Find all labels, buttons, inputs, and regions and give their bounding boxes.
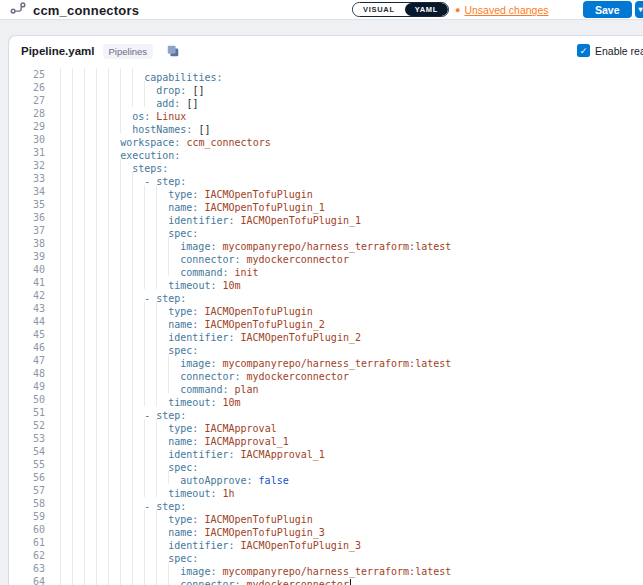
code-text[interactable]: timeout: 1h (45, 484, 235, 497)
code-text[interactable]: identifier: IACMApproval_1 (45, 445, 325, 458)
unsaved-changes-label[interactable]: Unsaved changes (464, 4, 548, 16)
line-number[interactable]: 62 (9, 549, 45, 562)
code-line[interactable]: 51- step: (9, 406, 643, 419)
code-line[interactable]: 33- step: (9, 172, 643, 185)
code-line[interactable]: 60name: IACMOpenTofuPlugin_3 (9, 523, 643, 536)
line-number[interactable]: 49 (9, 380, 45, 393)
line-number[interactable]: 37 (9, 224, 45, 237)
code-text[interactable]: spec: (45, 458, 198, 471)
code-line[interactable]: 38image: mycompanyrepo/harness_terraform… (9, 237, 643, 250)
code-text[interactable]: workspace: ccm_connectors (45, 133, 271, 146)
line-number[interactable]: 38 (9, 237, 45, 250)
code-text[interactable]: identifier: IACMOpenTofuPlugin_3 (45, 536, 361, 549)
line-number[interactable]: 59 (9, 510, 45, 523)
code-line[interactable]: 28os: Linux (9, 107, 643, 120)
code-line[interactable]: 50timeout: 10m (9, 393, 643, 406)
code-text[interactable]: type: IACMOpenTofuPlugin (45, 510, 313, 523)
line-number[interactable]: 27 (9, 94, 45, 107)
line-number[interactable]: 64 (9, 575, 45, 585)
code-text[interactable]: name: IACMOpenTofuPlugin_2 (45, 315, 325, 328)
enable-edit-checkbox[interactable]: ✓ (577, 44, 590, 57)
code-text[interactable]: spec: (45, 549, 198, 562)
code-line[interactable]: 59type: IACMOpenTofuPlugin (9, 510, 643, 523)
code-text[interactable]: execution: (45, 146, 180, 159)
line-number[interactable]: 39 (9, 250, 45, 263)
line-number[interactable]: 41 (9, 276, 45, 289)
code-line[interactable]: 30workspace: ccm_connectors (9, 133, 643, 146)
line-number[interactable]: 48 (9, 367, 45, 380)
code-line[interactable]: 44name: IACMOpenTofuPlugin_2 (9, 315, 643, 328)
line-number[interactable]: 60 (9, 523, 45, 536)
code-text[interactable]: name: IACMOpenTofuPlugin_1 (45, 198, 325, 211)
code-text[interactable]: spec: (45, 224, 198, 237)
line-number[interactable]: 35 (9, 198, 45, 211)
line-number[interactable]: 32 (9, 159, 45, 172)
code-text[interactable]: image: mycompanyrepo/harness_terraform:l… (45, 237, 451, 250)
code-line[interactable]: 45identifier: IACMOpenTofuPlugin_2 (9, 328, 643, 341)
line-number[interactable]: 30 (9, 133, 45, 146)
code-text[interactable]: image: mycompanyrepo/harness_terraform:l… (45, 354, 451, 367)
code-line[interactable]: 35name: IACMOpenTofuPlugin_1 (9, 198, 643, 211)
code-text[interactable]: timeout: 10m (45, 276, 241, 289)
line-number[interactable]: 31 (9, 146, 45, 159)
code-line[interactable]: 43type: IACMOpenTofuPlugin (9, 302, 643, 315)
code-text[interactable]: type: IACMOpenTofuPlugin (45, 302, 313, 315)
line-number[interactable]: 53 (9, 432, 45, 445)
code-line[interactable]: 57timeout: 1h (9, 484, 643, 497)
line-number[interactable]: 50 (9, 393, 45, 406)
code-line[interactable]: 64connector: mydockerconnector (9, 575, 643, 585)
code-text[interactable]: timeout: 10m (45, 393, 241, 406)
line-number[interactable]: 47 (9, 354, 45, 367)
line-number[interactable]: 57 (9, 484, 45, 497)
code-line[interactable]: 39connector: mydockerconnector (9, 250, 643, 263)
code-line[interactable]: 34type: IACMOpenTofuPlugin (9, 185, 643, 198)
code-line[interactable]: 53name: IACMApproval_1 (9, 432, 643, 445)
code-line[interactable]: 27add: [] (9, 94, 643, 107)
code-text[interactable]: connector: mydockerconnector (45, 250, 349, 263)
code-line[interactable]: 55spec: (9, 458, 643, 471)
line-number[interactable]: 56 (9, 471, 45, 484)
code-line[interactable]: 41timeout: 10m (9, 276, 643, 289)
line-number[interactable]: 33 (9, 172, 45, 185)
code-line[interactable]: 58- step: (9, 497, 643, 510)
yaml-toggle-button[interactable]: YAML (405, 3, 448, 16)
code-text[interactable]: spec: (45, 341, 198, 354)
code-text[interactable]: drop: [] (45, 81, 204, 94)
code-text[interactable]: steps: (45, 159, 168, 172)
code-line[interactable]: 52type: IACMApproval (9, 419, 643, 432)
code-line[interactable]: 63image: mycompanyrepo/harness_terraform… (9, 562, 643, 575)
code-line[interactable]: 54identifier: IACMApproval_1 (9, 445, 643, 458)
code-text[interactable]: capabilities: (45, 68, 223, 81)
code-text[interactable]: identifier: IACMOpenTofuPlugin_1 (45, 211, 361, 224)
line-number[interactable]: 54 (9, 445, 45, 458)
code-text[interactable]: - step: (45, 406, 186, 419)
code-line[interactable]: 32steps: (9, 159, 643, 172)
line-number[interactable]: 25 (9, 68, 45, 81)
visual-toggle-button[interactable]: VISUAL (353, 3, 405, 16)
code-text[interactable]: hostNames: [] (45, 120, 210, 133)
code-text[interactable]: command: init (45, 263, 259, 276)
copy-icon[interactable] (166, 44, 180, 58)
code-text[interactable]: name: IACMOpenTofuPlugin_3 (45, 523, 325, 536)
code-text[interactable]: os: Linux (45, 107, 186, 120)
code-line[interactable]: 47image: mycompanyrepo/harness_terraform… (9, 354, 643, 367)
code-text[interactable]: - step: (45, 497, 186, 510)
line-number[interactable]: 63 (9, 562, 45, 575)
line-number[interactable]: 28 (9, 107, 45, 120)
code-text[interactable]: autoApprove: false (45, 471, 289, 484)
save-button[interactable]: Save (583, 1, 632, 18)
code-line[interactable]: 29hostNames: [] (9, 120, 643, 133)
line-number[interactable]: 29 (9, 120, 45, 133)
code-text[interactable]: type: IACMApproval (45, 419, 277, 432)
line-number[interactable]: 61 (9, 536, 45, 549)
code-text[interactable]: - step: (45, 172, 186, 185)
code-text[interactable]: - step: (45, 289, 186, 302)
unsaved-changes-link[interactable]: ● Unsaved changes (455, 4, 549, 16)
line-number[interactable]: 42 (9, 289, 45, 302)
code-line[interactable]: 31execution: (9, 146, 643, 159)
line-number[interactable]: 55 (9, 458, 45, 471)
line-number[interactable]: 43 (9, 302, 45, 315)
line-number[interactable]: 34 (9, 185, 45, 198)
code-text[interactable]: connector: mydockerconnector (45, 367, 349, 380)
code-line[interactable]: 56autoApprove: false (9, 471, 643, 484)
